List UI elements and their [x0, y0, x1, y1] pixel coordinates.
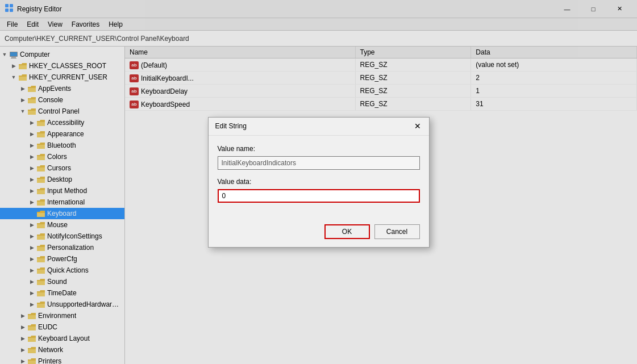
edit-string-dialog: Edit String ✕ Value name: Value data: OK…: [208, 117, 430, 248]
cancel-button[interactable]: Cancel: [374, 224, 420, 239]
dialog-body: Value name: Value data:: [209, 136, 429, 220]
dialog-title-bar: Edit String ✕: [209, 118, 429, 136]
value-name-label: Value name:: [218, 145, 420, 153]
dialog-overlay: Edit String ✕ Value name: Value data: OK…: [0, 0, 637, 364]
dialog-footer: OK Cancel: [209, 220, 429, 247]
value-name-input[interactable]: [218, 156, 420, 170]
ok-button[interactable]: OK: [324, 224, 370, 239]
value-data-label: Value data:: [218, 178, 420, 186]
dialog-close-button[interactable]: ✕: [411, 119, 424, 133]
dialog-title: Edit String: [215, 122, 411, 130]
value-data-input[interactable]: [218, 189, 420, 203]
